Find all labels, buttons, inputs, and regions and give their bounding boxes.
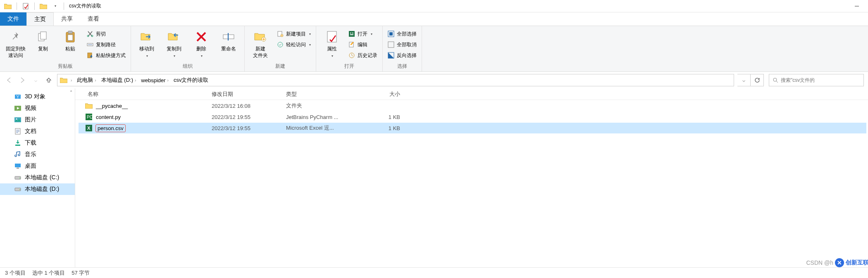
rename-button[interactable]: 重命名	[216, 28, 241, 52]
minimize-button[interactable]	[847, 0, 866, 12]
file-icon: X	[85, 124, 93, 132]
qat-divider	[17, 2, 17, 10]
properties-qat-icon[interactable]	[21, 2, 30, 11]
navpane-item[interactable]: 桌面	[0, 160, 75, 172]
file-type: 文件夹	[286, 102, 360, 109]
up-button[interactable]	[44, 75, 54, 85]
group-label-organize: 组织	[134, 62, 241, 71]
chevron-down-icon: ▾	[146, 54, 148, 58]
navbar: ⌵ › 此电脑› 本地磁盘 (D:)› webspider› csv文件的读取 …	[0, 72, 868, 88]
new-folder-button[interactable]: 新建 文件夹	[248, 28, 273, 59]
select-none-icon	[388, 41, 394, 48]
navpane-item[interactable]: 下载	[0, 137, 75, 149]
navpane-icon	[14, 93, 21, 100]
navpane-item[interactable]: 视频	[0, 102, 75, 114]
file-name: __pycache__	[96, 103, 128, 109]
navpane-item[interactable]: 音乐	[0, 149, 75, 160]
column-type[interactable]: 类型	[286, 90, 360, 98]
chevron-down-icon: ▾	[309, 43, 311, 47]
svg-text:X: X	[87, 126, 91, 131]
cut-button[interactable]: 剪切	[85, 29, 127, 38]
tab-share[interactable]: 共享	[54, 12, 80, 26]
tab-home[interactable]: 主页	[26, 12, 54, 26]
search-box[interactable]: 搜索"csv文件的	[769, 74, 864, 86]
open-button[interactable]: 打开▾	[347, 29, 379, 38]
navpane-label: 桌面	[25, 162, 36, 170]
svg-rect-37	[15, 164, 21, 167]
file-row[interactable]: Xperson.csv2022/3/12 19:55Microsoft Exce…	[79, 123, 866, 133]
title-bar: ▾ csv文件的读取	[0, 0, 868, 12]
column-size[interactable]: 大小	[360, 90, 410, 98]
refresh-button[interactable]	[751, 74, 764, 86]
navpane-item[interactable]: 本地磁盘 (C:)	[0, 172, 75, 183]
tab-file[interactable]: 文件	[0, 12, 26, 26]
paste-shortcut-button[interactable]: 粘贴快捷方式	[85, 51, 127, 60]
svg-point-17	[278, 42, 283, 47]
select-none-button[interactable]: 全部取消	[386, 40, 418, 49]
navpane-item[interactable]: 文档	[0, 126, 75, 137]
chevron-down-icon: ▾	[371, 32, 372, 36]
navpane-item[interactable]: 3D 对象	[0, 91, 75, 102]
copy-to-button[interactable]: 复制到 ▾	[162, 28, 186, 58]
select-all-icon	[388, 31, 394, 37]
ribbon-tabs: 文件 主页 共享 查看	[0, 12, 868, 26]
watermark-logo-icon: ✕	[835, 258, 844, 267]
paste-button[interactable]: 粘贴	[58, 28, 83, 52]
address-dropdown-button[interactable]: ⌵	[737, 74, 751, 86]
recent-locations-button[interactable]: ⌵	[31, 75, 41, 85]
svg-rect-38	[17, 168, 19, 169]
column-name[interactable]: 名称	[75, 90, 212, 98]
file-icon: PC	[85, 113, 93, 121]
column-date[interactable]: 修改日期	[212, 90, 286, 98]
navpane-item[interactable]: 图片	[0, 114, 75, 126]
move-to-button[interactable]: 移动到 ▾	[134, 28, 159, 58]
group-select: 全部选择 全部取消 反向选择 选择	[383, 26, 422, 71]
crumb-drive-d[interactable]: 本地磁盘 (D:)›	[100, 76, 138, 84]
select-all-button[interactable]: 全部选择	[386, 29, 418, 38]
folder-context-icon[interactable]	[39, 2, 48, 11]
qat-dropdown[interactable]: ▾	[50, 2, 60, 11]
crumb-current[interactable]: csv文件的读取	[172, 76, 210, 84]
crumb-root-chevron[interactable]: ›	[69, 78, 74, 83]
navpane-label: 视频	[25, 105, 36, 112]
svg-point-32	[16, 119, 17, 120]
navpane-scroll-up[interactable]: ˄	[67, 88, 75, 97]
new-item-icon	[277, 31, 284, 37]
copy-path-button[interactable]: 复制路径	[85, 40, 127, 49]
edit-icon	[348, 41, 355, 48]
shortcut-icon	[87, 52, 93, 59]
svg-rect-3	[41, 32, 46, 39]
cut-icon	[87, 31, 93, 37]
crumb-webspider[interactable]: webspider›	[139, 77, 170, 83]
history-icon	[348, 52, 355, 59]
paste-icon	[63, 29, 78, 44]
window-title: csv文件的读取	[67, 2, 101, 10]
svg-text:PC: PC	[87, 115, 92, 119]
folder-icon[interactable]	[3, 2, 12, 11]
properties-button[interactable]: 属性 ▾	[320, 28, 344, 58]
address-bar[interactable]: › 此电脑› 本地磁盘 (D:)› webspider› csv文件的读取	[57, 74, 734, 86]
navpane-label: 本地磁盘 (D:)	[25, 185, 59, 193]
navpane-label: 图片	[25, 116, 36, 124]
navpane-item[interactable]: 本地磁盘 (D:)	[0, 183, 75, 195]
back-button[interactable]	[4, 75, 14, 85]
file-size: 1 KB	[360, 114, 410, 120]
new-item-button[interactable]: 新建项目▾	[275, 29, 312, 38]
move-to-icon	[139, 29, 154, 44]
history-button[interactable]: 历史记录	[347, 51, 379, 60]
navpane-icon	[14, 185, 21, 193]
pin-to-quick-access-button[interactable]: 固定到快 速访问	[3, 28, 28, 59]
crumb-this-pc[interactable]: 此电脑›	[75, 76, 98, 84]
qat-divider	[64, 2, 64, 10]
edit-button[interactable]: 编辑	[347, 40, 379, 49]
easy-access-button[interactable]: 轻松访问▾	[275, 40, 312, 49]
quick-access-toolbar: ▾	[2, 2, 67, 11]
file-row[interactable]: PCcontent.py2022/3/12 19:55JetBrains PyC…	[79, 112, 866, 122]
copy-button[interactable]: 复制	[31, 28, 55, 52]
invert-selection-button[interactable]: 反向选择	[386, 51, 418, 60]
tab-view[interactable]: 查看	[80, 12, 107, 26]
file-row[interactable]: __pycache__2022/3/12 16:08文件夹	[79, 100, 866, 111]
svg-point-42	[19, 189, 20, 190]
delete-button[interactable]: 删除 ▾	[189, 28, 214, 58]
forward-button[interactable]	[17, 75, 27, 85]
